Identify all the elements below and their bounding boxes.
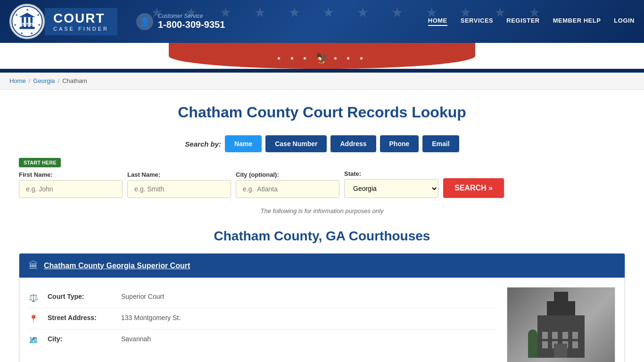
main-nav: HOME SERVICES REGISTER MEMBER HELP LOGIN <box>428 17 635 26</box>
nav-login[interactable]: LOGIN <box>614 17 635 26</box>
address-icon: 📍 <box>29 314 40 323</box>
courthouse-image-placeholder <box>507 288 615 362</box>
nav-member-help[interactable]: MEMBER HELP <box>553 17 601 26</box>
courthouse-card: 🏛 Chatham County Georgia Superior Court … <box>19 253 625 362</box>
page-title: Chatham County Court Records Lookup <box>19 104 625 121</box>
court-type-value: Superior Court <box>121 293 164 300</box>
page-header: ★ ★ ★ ★ ★ ★ ★ <box>0 0 644 43</box>
eagle-icon: 🦅 <box>316 52 329 65</box>
courthouse-row-address: 📍 Street Address: 133 Montgomery St. <box>29 308 497 329</box>
nav-register[interactable]: REGISTER <box>506 17 539 26</box>
state-select[interactable]: Georgia Alabama Florida <box>344 179 438 198</box>
search-by-label: Search by: <box>185 140 221 148</box>
tab-phone[interactable]: Phone <box>380 135 419 152</box>
court-type-icon: ⚖️ <box>29 293 40 302</box>
search-form: First Name: Last Name: City (optional): … <box>19 170 625 198</box>
logo-circle: ★ ★ ★ ★ ★ ★ ★ <box>9 4 45 39</box>
courthouse-header: 🏛 Chatham County Georgia Superior Court <box>19 254 625 278</box>
logo-text-area[interactable]: COURT CASE FINDER <box>45 8 117 35</box>
window-1 <box>542 332 548 339</box>
courthouse-row-type: ⚖️ Court Type: Superior Court <box>29 287 497 308</box>
window-2 <box>552 332 558 339</box>
building-silhouette <box>528 296 594 358</box>
city-label-detail: City: <box>48 335 114 343</box>
svg-rect-8 <box>22 17 24 28</box>
tab-name[interactable]: Name <box>225 135 262 152</box>
svg-text:★: ★ <box>37 13 40 16</box>
breadcrumb-current: Chatham <box>62 77 87 84</box>
search-by-row: Search by: Name Case Number Address Phon… <box>19 135 625 152</box>
window-5 <box>542 341 548 348</box>
courthouse-header-icon: 🏛 <box>29 260 38 271</box>
customer-service-label: Customer Service <box>158 13 225 19</box>
courthouses-title: Chatham County, GA Courthouses <box>19 229 625 244</box>
red-arch: ★ ★ ★ 🦅 ★ ★ ★ <box>169 43 475 69</box>
street-address-label: Street Address: <box>48 314 114 321</box>
breadcrumb: Home / Georgia / Chatham <box>9 77 635 84</box>
nav-services[interactable]: SERVICES <box>461 17 494 26</box>
first-name-input[interactable] <box>19 180 123 198</box>
city-icon: 🗺️ <box>29 336 40 345</box>
first-name-label: First Name: <box>19 171 123 178</box>
phone-area: 👤 Customer Service 1-800-309-9351 <box>136 13 225 30</box>
tab-email[interactable]: Email <box>422 135 459 152</box>
first-name-group: First Name: <box>19 171 123 198</box>
building-roof <box>547 301 575 315</box>
courthouse-title-link[interactable]: Chatham County Georgia Superior Court <box>44 262 190 270</box>
building-tower <box>554 292 568 301</box>
logo-court-text: COURT <box>53 12 109 25</box>
start-here-badge: START HERE <box>19 158 61 167</box>
arch-stars-left: ★ ★ ★ <box>277 56 311 61</box>
state-label: State: <box>344 170 438 177</box>
breadcrumb-sep-1: / <box>29 77 31 84</box>
logo-area: ★ ★ ★ ★ ★ ★ ★ <box>9 4 117 39</box>
courthouse-image <box>507 287 615 362</box>
phone-number[interactable]: 1-800-309-9351 <box>158 19 225 30</box>
logo-icon: ★ ★ ★ ★ ★ ★ ★ <box>11 5 43 38</box>
svg-marker-12 <box>19 13 35 17</box>
tab-address[interactable]: Address <box>330 135 376 152</box>
window-8 <box>572 341 578 348</box>
last-name-label: Last Name: <box>127 171 231 178</box>
court-type-label: Court Type: <box>48 293 114 300</box>
main-content: Chatham County Court Records Lookup Sear… <box>0 90 644 362</box>
breadcrumb-sep-2: / <box>58 77 60 84</box>
breadcrumb-state[interactable]: Georgia <box>33 77 55 84</box>
breadcrumb-home[interactable]: Home <box>9 77 26 84</box>
svg-rect-10 <box>30 17 33 28</box>
arch-stars-right: ★ ★ ★ <box>333 56 368 61</box>
city-value: Savannah <box>121 335 151 343</box>
svg-text:★: ★ <box>30 32 33 35</box>
window-3 <box>562 332 568 339</box>
city-label: City (optional): <box>236 171 339 178</box>
phone-icon: 👤 <box>136 13 153 30</box>
header-wave-section: ★ ★ ★ 🦅 ★ ★ ★ <box>0 43 644 69</box>
tab-case-number[interactable]: Case Number <box>265 135 327 152</box>
header-band <box>0 69 644 73</box>
window-4 <box>572 332 578 339</box>
svg-rect-11 <box>19 27 34 29</box>
tree-left <box>528 329 537 358</box>
svg-text:★: ★ <box>38 23 41 26</box>
street-address-value: 133 Montgomery St. <box>121 314 181 321</box>
svg-text:★: ★ <box>26 8 29 11</box>
city-group: City (optional): <box>236 171 339 198</box>
svg-text:★: ★ <box>15 13 18 16</box>
courthouse-body: ⚖️ Court Type: Superior Court 📍 Street A… <box>19 278 625 362</box>
state-group: State: Georgia Alabama Florida <box>344 170 438 198</box>
info-note: The following is for information purpose… <box>19 207 625 214</box>
city-input[interactable] <box>236 180 339 198</box>
search-form-container: START HERE First Name: Last Name: City (… <box>19 158 625 198</box>
last-name-input[interactable] <box>127 180 231 198</box>
courthouse-row-city: 🗺️ City: Savannah <box>29 329 497 350</box>
arch-content: ★ ★ ★ 🦅 ★ ★ ★ <box>277 52 367 65</box>
breadcrumb-bar: Home / Georgia / Chatham <box>0 73 644 90</box>
search-button[interactable]: SEARCH » <box>443 178 504 198</box>
building-door <box>554 344 567 358</box>
svg-text:★: ★ <box>14 23 17 26</box>
last-name-group: Last Name: <box>127 171 231 198</box>
logo-case-finder-text: CASE FINDER <box>53 26 109 32</box>
svg-text:★: ★ <box>20 32 23 35</box>
courthouse-details: ⚖️ Court Type: Superior Court 📍 Street A… <box>29 287 497 362</box>
nav-home[interactable]: HOME <box>428 17 447 26</box>
